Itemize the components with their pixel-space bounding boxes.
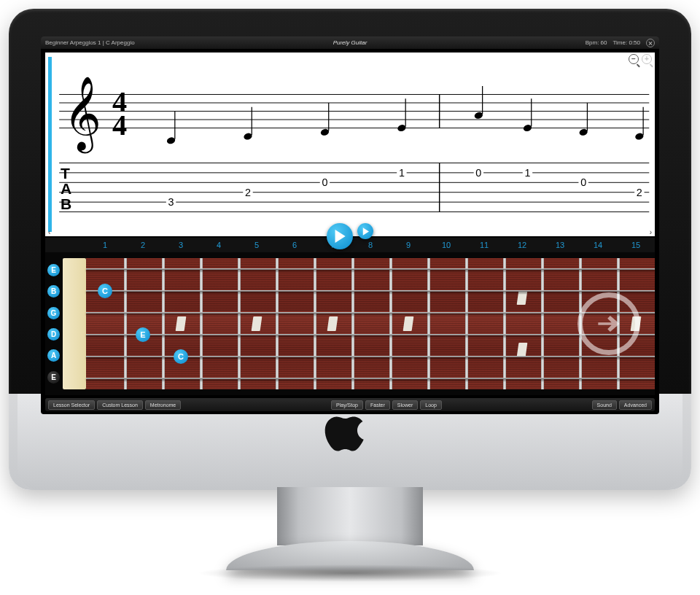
fret-number: 10 (427, 238, 465, 252)
tab-label-t: T (61, 165, 70, 182)
open-string-dot[interactable]: A (47, 349, 60, 362)
finger-marker[interactable]: C (98, 284, 112, 298)
tab-fret-number: 2 (637, 187, 642, 198)
fret-number: 13 (541, 238, 579, 252)
finger-marker[interactable]: E (136, 327, 150, 342)
app-screen: Beginner Arpeggios 1 | C Arpeggio Purely… (41, 36, 659, 414)
tab-fret-number: 1 (399, 167, 405, 179)
time-readout: Time: 0:50 (613, 39, 641, 46)
play-button[interactable] (327, 223, 353, 249)
tab-fret-number: 0 (475, 167, 481, 179)
fretwire (541, 258, 544, 389)
tab-fret-number: 3 (168, 196, 174, 208)
fret-number: 3 (162, 238, 200, 252)
monitor: Beginner Arpeggios 1 | C Arpeggio Purely… (0, 0, 700, 595)
fretwire (427, 258, 430, 389)
tab-fret-number: 2 (245, 187, 251, 198)
titlebar: Beginner Arpeggios 1 | C Arpeggio Purely… (41, 36, 659, 50)
finger-marker[interactable]: C (174, 349, 188, 364)
inlay-marker (252, 316, 262, 331)
fretboard-surface[interactable]: CEC (86, 258, 655, 389)
fretwire (465, 258, 468, 389)
loop-button[interactable]: Loop (420, 400, 442, 410)
metronome-button[interactable]: Metronome (145, 400, 181, 410)
lesson-selector-button[interactable]: Lesson Selector (48, 400, 95, 410)
bpm-readout: Bpm: 60 (586, 39, 607, 46)
open-string-dot[interactable]: D (47, 328, 60, 341)
inlay-marker (176, 316, 187, 331)
fretwire (351, 258, 354, 389)
bottom-toolbar: Lesson SelectorCustom LessonMetronome Pl… (45, 398, 655, 411)
tab-fret-number: 1 (524, 167, 530, 179)
open-string-dot[interactable]: E (47, 264, 60, 276)
fretwire (389, 258, 392, 389)
fret-number: 4 (200, 238, 238, 252)
fret-number: 14 (579, 238, 617, 252)
fretwire (503, 258, 506, 389)
fret-number: 2 (124, 238, 162, 252)
fretwire (238, 258, 241, 389)
fretwire (276, 258, 279, 389)
open-string-column: EBGDAE (47, 260, 61, 388)
fret-number: 9 (389, 238, 427, 252)
inlay-marker (403, 316, 414, 331)
tab-fret-number: 0 (580, 176, 586, 188)
fret-number: 6 (276, 238, 314, 252)
fret-number: 1 (86, 238, 124, 252)
scroll-right-icon[interactable]: › (650, 228, 652, 236)
lesson-title: Beginner Arpeggios 1 | C Arpeggio (45, 39, 135, 46)
tab-label-b: B (61, 195, 71, 212)
notation-panel: − + 𝄞 (45, 52, 655, 238)
app-name: Purely Guitar (333, 39, 368, 46)
inlay-marker (327, 316, 338, 331)
play-stop-button[interactable]: Play/Stop (331, 400, 363, 410)
play-step-button[interactable] (357, 223, 373, 239)
open-string-dot[interactable]: G (47, 307, 60, 319)
fret-number: 15 (617, 238, 655, 252)
fret-number: 12 (503, 238, 541, 252)
open-string-dot[interactable]: E (47, 371, 60, 384)
slower-button[interactable]: Slower (392, 400, 418, 410)
time-sig-bottom: 4 (112, 109, 127, 141)
monitor-stand-neck (277, 487, 423, 545)
fret-number: 5 (238, 238, 276, 252)
tab-fret-number: 0 (322, 176, 327, 188)
fretwire (314, 258, 316, 389)
inlay-marker (517, 343, 528, 357)
faster-button[interactable]: Faster (365, 400, 390, 410)
nut (63, 258, 86, 389)
fret-number: 11 (465, 238, 503, 252)
next-arrow-icon[interactable] (578, 292, 640, 355)
advanced-button[interactable]: Advanced (619, 400, 652, 410)
fretboard[interactable]: EBGDAE CEC (45, 252, 655, 395)
scroll-left-icon[interactable]: ‹ (48, 228, 50, 236)
sound-button[interactable]: Sound (592, 400, 617, 410)
monitor-shadow (197, 564, 503, 582)
fretwire (200, 258, 203, 389)
open-string-dot[interactable]: B (47, 285, 60, 298)
fretwire (124, 258, 127, 389)
tab-label-a: A (61, 180, 71, 197)
monitor-bezel: Beginner Arpeggios 1 | C Arpeggio Purely… (9, 9, 691, 490)
fretwire (162, 258, 165, 389)
custom-lesson-button[interactable]: Custom Lesson (97, 400, 143, 410)
treble-clef-icon: 𝄞 (63, 77, 101, 154)
close-icon[interactable] (646, 39, 655, 47)
score-svg: 𝄞 4 4 (45, 52, 655, 230)
